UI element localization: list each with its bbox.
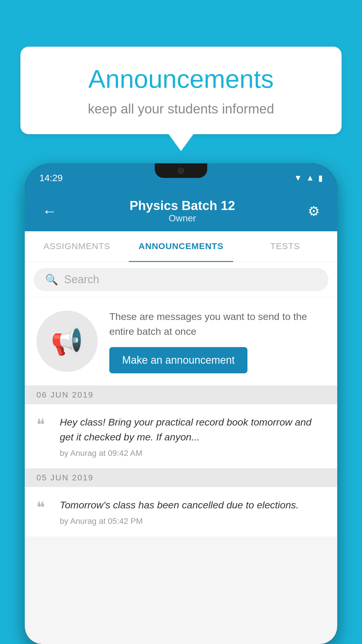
announcement-meta-1: by Anurag at 09:42 AM — [60, 449, 326, 458]
tab-announcements[interactable]: ANNOUNCEMENTS — [129, 231, 233, 262]
phone-inner: 14:29 ▼ ▲ ▮ ← Physics Batch 12 Owner ⚙ A… — [25, 163, 337, 644]
announcement-content-1: Hey class! Bring your practical record b… — [60, 415, 326, 458]
quote-icon-2: ❝ — [36, 499, 51, 515]
promo-text-section: These are messages you want to send to t… — [109, 309, 326, 373]
camera — [178, 167, 184, 174]
batch-title: Physics Batch 12 — [60, 198, 305, 213]
tab-assignments[interactable]: ASSIGNMENTS — [25, 231, 129, 262]
announcement-content-2: Tomorrow's class has been cancelled due … — [60, 498, 326, 526]
search-bar-container: 🔍 Search — [25, 262, 337, 297]
back-button[interactable]: ← — [39, 200, 60, 223]
date-text-1: 06 JUN 2019 — [36, 390, 94, 400]
content-area: 🔍 Search 📢 These are messages you want t… — [25, 262, 337, 644]
status-time: 14:29 — [39, 173, 63, 183]
header-title-section: Physics Batch 12 Owner — [60, 198, 305, 224]
announcement-item-1[interactable]: ❝ Hey class! Bring your practical record… — [25, 404, 337, 468]
batch-subtitle: Owner — [60, 213, 305, 224]
announcement-text-1: Hey class! Bring your practical record b… — [60, 415, 326, 444]
notch — [155, 163, 207, 178]
tab-tests[interactable]: TESTS — [233, 231, 337, 262]
bubble-title: Announcements — [44, 64, 318, 94]
date-separator-2: 05 JUN 2019 — [25, 468, 337, 487]
search-placeholder: Search — [64, 273, 99, 286]
signal-icon: ▲ — [306, 173, 314, 183]
make-announcement-button[interactable]: Make an announcement — [109, 347, 247, 373]
promo-icon-circle: 📢 — [36, 311, 98, 372]
search-icon: 🔍 — [45, 274, 58, 286]
announcement-text-2: Tomorrow's class has been cancelled due … — [60, 498, 326, 512]
wifi-icon: ▼ — [294, 173, 302, 183]
phone-frame: 14:29 ▼ ▲ ▮ ← Physics Batch 12 Owner ⚙ A… — [25, 163, 337, 644]
speech-bubble: Announcements keep all your students inf… — [20, 47, 342, 134]
speech-bubble-section: Announcements keep all your students inf… — [20, 47, 342, 151]
announcement-item-2[interactable]: ❝ Tomorrow's class has been cancelled du… — [25, 487, 337, 536]
promo-description: These are messages you want to send to t… — [109, 309, 326, 339]
date-text-2: 05 JUN 2019 — [36, 473, 94, 482]
bubble-subtitle: keep all your students informed — [44, 101, 318, 117]
promo-card: 📢 These are messages you want to send to… — [25, 298, 337, 385]
speech-bubble-tail — [168, 134, 194, 151]
megaphone-icon: 📢 — [51, 326, 83, 357]
app-header: ← Physics Batch 12 Owner ⚙ — [25, 192, 337, 231]
quote-icon-1: ❝ — [36, 416, 51, 432]
announcement-meta-2: by Anurag at 05:42 PM — [60, 517, 326, 526]
search-bar[interactable]: 🔍 Search — [34, 268, 328, 291]
status-bar: 14:29 ▼ ▲ ▮ — [25, 163, 337, 192]
battery-icon: ▮ — [318, 173, 323, 183]
date-separator-1: 06 JUN 2019 — [25, 386, 337, 404]
tabs-bar: ASSIGNMENTS ANNOUNCEMENTS TESTS — [25, 231, 337, 262]
status-icons: ▼ ▲ ▮ — [294, 173, 323, 183]
settings-button[interactable]: ⚙ — [305, 200, 323, 222]
